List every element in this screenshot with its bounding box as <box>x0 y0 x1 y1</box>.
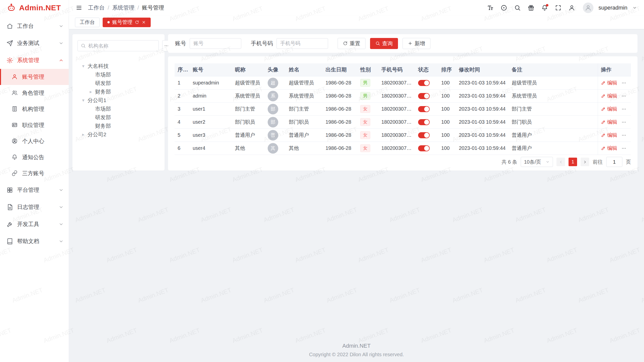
edit-button[interactable]: 编辑 <box>601 93 617 99</box>
search-button[interactable]: 查询 <box>370 38 398 49</box>
tools-icon <box>7 221 13 228</box>
cell-modified-time: 2023-01-03 10:59:44 <box>456 76 509 89</box>
edit-button[interactable]: 编辑 <box>601 106 617 112</box>
reset-button[interactable]: 重置 <box>338 38 366 49</box>
status-toggle[interactable] <box>418 132 430 138</box>
sidebar-subitem-label: 账号管理 <box>22 73 64 81</box>
fullscreen-icon[interactable] <box>554 4 562 12</box>
edit-label: 编辑 <box>607 79 617 86</box>
tab-0[interactable]: 工作台 <box>75 18 100 27</box>
tree-node-1[interactable]: 市场部 <box>77 70 159 79</box>
cell-avatar: 部 <box>265 116 286 129</box>
sidebar-subitem-5[interactable]: 通知公告 <box>0 149 69 165</box>
sidebar-item-4[interactable]: 日志管理 <box>0 199 69 216</box>
sidebar-item-label: 工作台 <box>17 22 55 30</box>
theme-icon[interactable] <box>500 4 508 12</box>
add-button[interactable]: 新增 <box>403 38 430 49</box>
gender-badge: 女 <box>360 118 370 126</box>
phone-input[interactable] <box>276 38 328 49</box>
goto-label: 前往 <box>593 159 603 165</box>
row-more-icon[interactable] <box>621 146 626 151</box>
tree-node-6[interactable]: 研发部 <box>77 113 159 122</box>
status-toggle[interactable] <box>418 119 430 125</box>
status-toggle[interactable] <box>418 145 430 151</box>
row-more-icon[interactable] <box>621 133 626 138</box>
tree-node-label: 财务部 <box>95 122 111 129</box>
sidebar-item-1[interactable]: 业务测试 <box>0 35 69 52</box>
tab-close-icon[interactable] <box>142 20 146 24</box>
caret-down-icon[interactable]: ▾ <box>80 63 87 69</box>
cell-birthdate: 1986-06-28 <box>323 76 357 89</box>
account-input[interactable] <box>190 38 241 49</box>
tree-node-2[interactable]: 研发部 <box>77 79 159 87</box>
row-more-icon[interactable] <box>621 94 626 99</box>
chevron-down-icon <box>546 160 550 164</box>
next-page-button[interactable] <box>581 158 589 166</box>
avatar[interactable] <box>583 3 593 13</box>
sidebar-item-5[interactable]: 开发工具 <box>0 216 69 233</box>
skin-icon[interactable] <box>527 4 535 12</box>
gender-badge: 女 <box>360 144 370 152</box>
sidebar-subitem-4[interactable]: 个人中心 <box>0 133 69 149</box>
tree-node-0[interactable]: ▾大名科技 <box>77 62 159 70</box>
tree-node-label: 研发部 <box>95 114 111 121</box>
status-toggle[interactable] <box>418 106 430 112</box>
sidebar-subitem-3[interactable]: 职位管理 <box>0 117 69 133</box>
tree-node-5[interactable]: 市场部 <box>77 105 159 113</box>
search-icon[interactable] <box>513 4 521 12</box>
cell-gender: 女 <box>357 129 378 142</box>
breadcrumb-separator: / <box>108 5 109 11</box>
sidebar-item-2[interactable]: 系统管理 <box>0 52 69 69</box>
goto-page-input[interactable] <box>606 157 622 167</box>
user-menu-chevron-icon[interactable] <box>632 6 637 10</box>
tree-node-label: 研发部 <box>95 80 111 87</box>
sidebar-item-0[interactable]: 工作台 <box>0 18 69 35</box>
profile-icon[interactable] <box>568 4 576 12</box>
sidebar-subitem-6[interactable]: 三方账号 <box>0 165 69 182</box>
logo[interactable]: Admin.NET <box>0 0 69 16</box>
cell-name: 其他 <box>286 142 323 155</box>
tree-node-8[interactable]: ▸分公司2 <box>77 130 159 139</box>
page-1-button[interactable]: 1 <box>569 158 577 166</box>
row-more-icon[interactable] <box>621 80 626 85</box>
sidebar-item-6[interactable]: 帮助文档 <box>0 233 69 250</box>
tree-node-7[interactable]: 财务部 <box>77 122 159 130</box>
notifications-icon[interactable] <box>541 4 549 12</box>
cell-sort: 100 <box>438 129 456 142</box>
sidebar-subitem-0[interactable]: 账号管理 <box>0 69 69 85</box>
footer: Admin.NET Copyright © 2022 Dilon All rig… <box>69 343 644 362</box>
current-user[interactable]: superadmin <box>598 5 627 11</box>
row-more-icon[interactable] <box>621 107 626 112</box>
breadcrumb-item-1[interactable]: 系统管理 <box>112 4 134 12</box>
status-toggle[interactable] <box>418 80 430 86</box>
edit-button[interactable]: 编辑 <box>601 119 617 125</box>
sidebar-subitem-2[interactable]: 机构管理 <box>0 101 69 117</box>
edit-button[interactable]: 编辑 <box>601 132 617 139</box>
tab-refresh-icon[interactable] <box>135 20 139 24</box>
cell-sort: 100 <box>438 116 456 129</box>
edit-button[interactable]: 编辑 <box>601 79 617 86</box>
sidebar-subitem-1[interactable]: 角色管理 <box>0 85 69 101</box>
collapse-menu-icon[interactable] <box>75 4 83 12</box>
font-size-icon[interactable] <box>486 4 494 12</box>
breadcrumb-item-0[interactable]: 工作台 <box>88 4 105 12</box>
caret-right-icon[interactable]: ▸ <box>80 132 87 137</box>
caret-right-icon[interactable]: ▸ <box>88 89 94 95</box>
sidebar-item-3[interactable]: 平台管理 <box>0 182 69 199</box>
edit-button[interactable]: 编辑 <box>601 145 617 152</box>
column-header-7: 手机号码 <box>378 63 415 76</box>
caret-down-icon[interactable]: ▾ <box>80 98 87 103</box>
org-search-input[interactable] <box>88 43 155 49</box>
breadcrumb-item-2[interactable]: 账号管理 <box>142 4 164 12</box>
page-size-select[interactable]: 10条/页 <box>521 157 553 167</box>
cell-nickname: 其他 <box>232 142 265 155</box>
tree-node-4[interactable]: ▾分公司1 <box>77 96 159 105</box>
cell-phone: 18020030720 <box>378 103 415 116</box>
row-more-icon[interactable] <box>621 120 626 125</box>
status-toggle[interactable] <box>418 93 430 99</box>
tab-1[interactable]: 账号管理 <box>103 18 151 27</box>
cell-phone: 18020030720 <box>378 142 415 155</box>
prev-page-button[interactable] <box>556 158 565 166</box>
tree-node-3[interactable]: ▸财务部 <box>77 87 159 96</box>
column-header-8: 状态 <box>415 63 438 76</box>
